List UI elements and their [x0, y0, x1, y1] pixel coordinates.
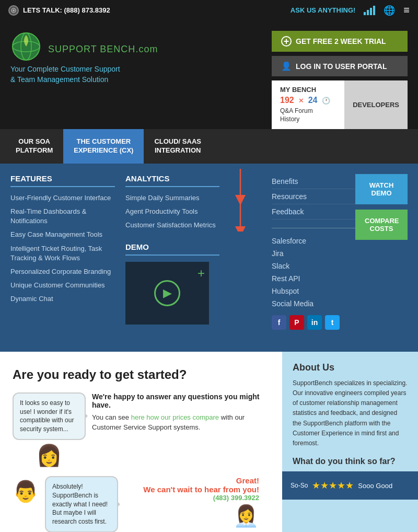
- plus-circle-icon: +: [281, 36, 292, 47]
- social-icons: f P in t: [272, 315, 408, 330]
- arrows-decoration: [219, 169, 261, 232]
- feature-link-3[interactable]: Intelligent Ticket Routing, Task Trackin…: [10, 244, 115, 263]
- int-link-2[interactable]: Slack: [272, 260, 408, 272]
- agent-icon: 👩‍💼: [124, 504, 259, 528]
- play-button[interactable]: ▶: [154, 280, 180, 306]
- header-right: + GET FREE 2 WEEK TRIAL 👤 LOG IN TO USER…: [272, 31, 408, 129]
- features-col: FEATURES User-Friendly Customer Interfac…: [10, 174, 115, 341]
- top-bar: LETS TALK: (888) 873.8392 ASK US ANYTHIN…: [0, 0, 418, 20]
- tagline-line1: Your Complete Customer Support: [10, 65, 120, 73]
- phone-label[interactable]: LETS TALK: (888) 873.8392: [23, 6, 110, 14]
- int-link-5[interactable]: Social Media: [272, 297, 408, 310]
- price-link[interactable]: here how our prices compare: [131, 413, 219, 421]
- watch-demo-button[interactable]: WATCH DEMO: [355, 174, 408, 204]
- integration-links-area: Salesforce Jira Slack Rest API Hubspot S…: [272, 228, 408, 330]
- pinterest-icon[interactable]: P: [289, 315, 304, 330]
- demo-title: DEMO: [125, 242, 219, 256]
- qa-forum-link[interactable]: Q&A Forum: [280, 107, 336, 114]
- chat-row-1: It looks so easy to use! I wonder if it'…: [13, 392, 270, 468]
- nav: OUR SOA PLATFORM THE CUSTOMER EXPERIENCE…: [0, 129, 418, 164]
- chat-left: It looks so easy to use! I wonder if it'…: [13, 392, 86, 468]
- analytics-col: ANALYTICS Simple Daily Summaries Agent P…: [125, 174, 219, 341]
- top-bar-left: LETS TALK: (888) 873.8392: [8, 5, 110, 16]
- compare-costs-button[interactable]: COMPARE COSTS: [355, 210, 408, 240]
- user-icon: 👤: [281, 61, 292, 71]
- rating-high: Sooo Good: [358, 482, 392, 490]
- stars: ★★★★★: [312, 480, 354, 491]
- analytics-link-1[interactable]: Agent Productivity Tools: [125, 207, 219, 216]
- twitter-icon[interactable]: t: [325, 315, 340, 330]
- logo-name: SUPPORT BENCH: [48, 44, 135, 54]
- facebook-icon[interactable]: f: [272, 315, 286, 330]
- feature-link-1[interactable]: Real-Time Dashboards & Notifications: [10, 207, 115, 226]
- signal-bars-icon: [364, 6, 375, 15]
- bottom-section: Are you ready to get started? It looks s…: [0, 352, 418, 532]
- chat-bubble-2: Absolutely! SupportBench is exactly what…: [45, 476, 118, 532]
- chat-right: Absolutely! SupportBench is exactly what…: [45, 476, 118, 532]
- logo-row: SUPPORT BENCH.com: [10, 31, 158, 62]
- cant-wait-text: We can't wait to hear from you!: [124, 485, 259, 494]
- trial-button-label: GET FREE 2 WEEK TRIAL: [296, 37, 386, 45]
- login-button-label: LOG IN TO USER PORTAL: [296, 62, 387, 71]
- linkedin-icon[interactable]: in: [307, 315, 322, 330]
- tagline-line2: & Team Management Solution: [10, 75, 108, 84]
- logo-subtitle: Your Complete Customer Support & Team Ma…: [10, 64, 158, 85]
- rating-low: So-So: [291, 482, 308, 489]
- feature-link-5[interactable]: Unique Customer Communities: [10, 281, 115, 290]
- stat1: 192: [280, 96, 294, 105]
- person-icon-2: 👨: [13, 479, 39, 504]
- top-bar-right: ASK US ANYTHING! 🌐 ≡: [291, 4, 410, 16]
- feature-link-4[interactable]: Personalized Corporate Branding: [10, 267, 115, 276]
- about-title: About Us: [293, 362, 408, 373]
- analytics-link-2[interactable]: Customer Satisfaction Metrics: [125, 221, 219, 230]
- answer-text: We're happy to answer any questions you …: [92, 392, 270, 409]
- chat-bubble-1: It looks so easy to use! I wonder if it'…: [13, 392, 86, 440]
- svg-point-1: [13, 9, 15, 11]
- globe-icon[interactable]: 🌐: [384, 5, 395, 16]
- developers-label: DEVELOPERS: [353, 101, 399, 109]
- great-section: Great! We can't wait to hear from you! (…: [124, 476, 270, 528]
- phone-text: (483) 399.3922: [124, 494, 259, 502]
- logo-tld: .com: [135, 44, 158, 54]
- logo-icon: [10, 31, 42, 62]
- person-icon-1: 👩: [36, 443, 62, 468]
- my-bench-title: MY BENCH: [280, 86, 336, 94]
- feature-link-0[interactable]: User-Friendly Customer Interface: [10, 193, 115, 203]
- my-bench-row: MY BENCH 192 ✕ 24 🕐 Q&A Forum History DE…: [272, 80, 408, 129]
- developers-box[interactable]: DEVELOPERS: [344, 80, 408, 129]
- ask-us-label[interactable]: ASK US ANYTHING!: [291, 6, 355, 14]
- analytics-title: ANALYTICS: [125, 174, 219, 187]
- demo-video[interactable]: + ▶: [125, 262, 209, 325]
- feature-link-2[interactable]: Easy Case Management Tools: [10, 230, 115, 239]
- demo-section: DEMO + ▶: [125, 242, 219, 325]
- int-link-1[interactable]: Jira: [272, 247, 408, 260]
- about-section: About Us SupportBench specializes in spe…: [282, 352, 418, 532]
- radio-icon: [8, 5, 19, 16]
- clock-icon: 🕐: [322, 97, 330, 105]
- trial-button[interactable]: + GET FREE 2 WEEK TRIAL: [272, 31, 408, 52]
- feature-link-6[interactable]: Dynamic Chat: [10, 294, 115, 304]
- nav-item-cx[interactable]: THE CUSTOMER EXPERIENCE (CX): [63, 129, 144, 164]
- logo-text: SUPPORT BENCH.com: [48, 37, 158, 56]
- my-bench-panel: MY BENCH 192 ✕ 24 🕐 Q&A Forum History: [272, 80, 344, 129]
- history-link[interactable]: History: [280, 115, 336, 123]
- rating-section: So-So ★★★★★ Sooo Good: [282, 471, 418, 500]
- about-text: SupportBench specializes in specializing…: [293, 378, 408, 448]
- int-link-3[interactable]: Rest API: [272, 272, 408, 285]
- dropdown-area: FEATURES User-Friendly Customer Interfac…: [0, 164, 418, 352]
- int-link-4[interactable]: Hubspot: [272, 285, 408, 297]
- ready-title: Are you ready to get started?: [13, 367, 270, 382]
- login-button[interactable]: 👤 LOG IN TO USER PORTAL: [272, 56, 408, 76]
- nav-item-cloud[interactable]: CLOUD/ SAAS INTEGRATION: [144, 129, 212, 164]
- great-text: Great!: [124, 476, 259, 485]
- features-title: FEATURES: [10, 174, 115, 187]
- logo-title: SUPPORT BENCH.com: [48, 37, 158, 56]
- plus-icon: +: [198, 266, 205, 281]
- stat2: 24: [308, 96, 318, 105]
- menu-icon[interactable]: ≡: [403, 4, 410, 16]
- think-title: What do you think so far?: [293, 457, 408, 466]
- analytics-link-0[interactable]: Simple Daily Summaries: [125, 193, 219, 203]
- nav-item-soa[interactable]: OUR SOA PLATFORM: [5, 129, 63, 164]
- logo-area: SUPPORT BENCH.com Your Complete Customer…: [10, 31, 158, 85]
- bench-links: Q&A Forum History: [280, 107, 336, 123]
